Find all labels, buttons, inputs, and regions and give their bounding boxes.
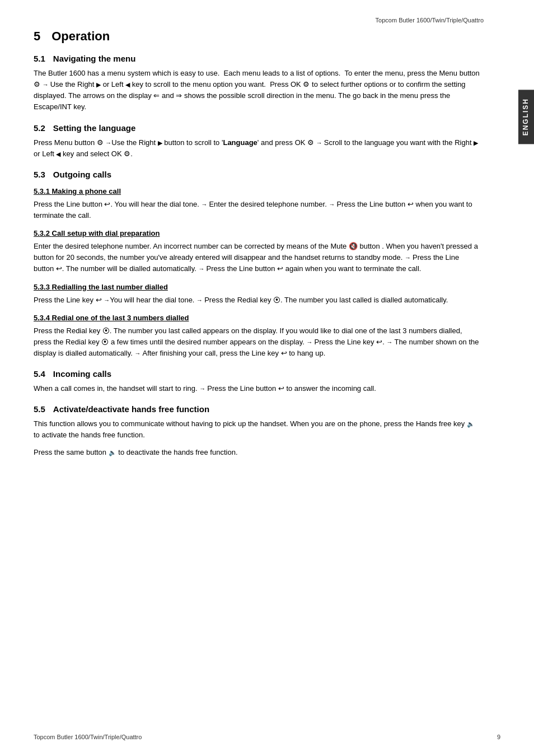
subsection-num-5-3-3: 5.3.3 (34, 283, 52, 291)
arrow-sym-12: → (134, 350, 142, 357)
icon-handsfree-2: 🔈 (109, 449, 116, 456)
section-name-5-2: Setting the language (53, 123, 136, 133)
icon-line-5: ↩ (96, 296, 102, 304)
right-arrow-3: ▶ (474, 139, 478, 146)
section-title-5-4: 5.4Incoming calls (34, 369, 481, 379)
arrow-sym-5: → (329, 201, 336, 208)
icon-line-8: ↩ (278, 384, 284, 393)
icon-line-4: ↩ (277, 264, 283, 273)
icon-redial-3: ⦿ (101, 338, 109, 346)
arrow-sym-8: → (104, 297, 110, 304)
section-num-5-5: 5.5 (34, 404, 45, 414)
arrow-sym-13: → (199, 385, 207, 392)
section-title-5-3: 5.3Outgoing calls (34, 170, 481, 179)
section-name-5-3: Outgoing calls (53, 170, 111, 179)
subsection-title-5-3-1: 5.3.1 Making a phone call (34, 187, 481, 195)
left-arrow-2: ◀ (56, 151, 60, 157)
icon-redial-1: ⦿ (273, 296, 280, 304)
icon-ok-1: ⚙ (303, 80, 310, 88)
subsection-title-5-3-2: 5.3.2 Call setup with dial preparation (34, 229, 481, 237)
chapter-name: Operation (51, 29, 110, 43)
section-num-5-3: 5.3 (34, 170, 45, 179)
section-name-5-1: Navigating the menu (53, 54, 136, 63)
section-5-1-para-1: The Butler 1600 has a menu system which … (34, 68, 481, 113)
footer-brand: Topcom Butler 1600/Twin/Triple/Quattro (34, 734, 142, 740)
section-5-4-para-1: When a call comes in, the handset will s… (34, 383, 481, 394)
side-tab-english: ENGLISH (518, 90, 534, 144)
chapter-title: 5Operation (34, 29, 481, 44)
left-arrow-1: ◀ (125, 81, 130, 88)
icon-menu-1: ⚙ (34, 80, 40, 88)
arrow-sym-4: → (201, 201, 209, 208)
subsection-name-5-3-4: Redial one of the last 3 numbers dialled (52, 314, 189, 322)
subsection-num-5-3-4: 5.3.4 (34, 314, 52, 322)
section-name-5-5: Activate/deactivate hands free function (53, 404, 209, 414)
arrow-sym-1: → (43, 81, 50, 88)
subsection-num-5-3-1: 5.3.1 (34, 187, 52, 195)
subsection-num-5-3-2: 5.3.2 (34, 229, 52, 237)
section-5-5-para-2: Press the same button 🔈 to deactivate th… (34, 447, 481, 458)
arrow-sym-11: → (386, 339, 394, 346)
subsection-5-3-4-para: Press the Redial key ⦿. The number you l… (34, 325, 481, 359)
icon-ok-2: ⚙ (307, 138, 314, 147)
subsection-5-3-1-para: Press the Line button ↩. You will hear t… (34, 199, 481, 221)
arrow-sym-7: → (199, 265, 207, 272)
icon-line-6: ↩ (376, 338, 382, 346)
icon-line-7: ↩ (281, 349, 287, 357)
arrow-sym-2: → (105, 139, 111, 146)
section-num-5-2: 5.2 (34, 123, 45, 133)
section-title-5-2: 5.2Setting the language (34, 123, 481, 133)
subsection-5-3-2-para: Enter the desired telephone number. An i… (34, 241, 481, 274)
right-arrow-2: ▶ (158, 139, 162, 146)
page-footer: Topcom Butler 1600/Twin/Triple/Quattro 9 (34, 734, 500, 740)
subsection-name-5-3-3: Redialling the last number dialled (52, 283, 168, 291)
icon-menu-2: ⚙ (97, 138, 104, 147)
arrow-right-disp: ⇒ (176, 91, 182, 100)
subsection-name-5-3-1: Making a phone call (52, 187, 121, 195)
icon-line-2: ↩ (407, 200, 414, 208)
section-title-5-1: 5.1Navigating the menu (34, 54, 481, 63)
subsection-title-5-3-3: 5.3.3 Redialling the last number dialled (34, 283, 481, 291)
icon-mute-1: 🔇 (349, 242, 358, 250)
chapter-number: 5 (34, 29, 40, 43)
subsection-5-3-3-para: Press the Line key ↩ →You will hear the … (34, 295, 481, 306)
icon-handsfree-1: 🔈 (467, 421, 475, 427)
section-5-2-para-1: Press Menu button ⚙ →Use the Right ▶ but… (34, 137, 481, 160)
right-arrow-1: ▶ (96, 81, 101, 88)
arrow-sym-10: → (307, 339, 315, 346)
arrow-sym-3: → (316, 139, 324, 146)
section-name-5-4: Incoming calls (53, 369, 111, 379)
section-num-5-4: 5.4 (34, 369, 45, 379)
section-num-5-1: 5.1 (34, 54, 45, 63)
icon-line-3: ↩ (56, 264, 62, 273)
subsection-name-5-3-2: Call setup with dial preparation (52, 229, 160, 237)
arrow-sym-6: → (405, 254, 413, 261)
page-container: Topcom Butler 1600/Twin/Triple/Quattro E… (0, 0, 534, 756)
icon-ok-3: ⚙ (124, 150, 130, 158)
subsection-title-5-3-4: 5.3.4 Redial one of the last 3 numbers d… (34, 314, 481, 322)
arrow-left-disp: ⇐ (153, 91, 160, 100)
top-header: Topcom Butler 1600/Twin/Triple/Quattro (34, 17, 500, 24)
side-tab-label: ENGLISH (522, 98, 530, 136)
section-title-5-5: 5.5Activate/deactivate hands free functi… (34, 404, 481, 414)
section-5-5-para-1: This function allows you to communicate … (34, 418, 481, 441)
language-bold: Language (223, 138, 257, 147)
main-content: 5Operation 5.1Navigating the menu The Bu… (34, 29, 500, 458)
icon-redial-2: ⦿ (102, 326, 110, 335)
brand-label: Topcom Butler 1600/Twin/Triple/Quattro (376, 17, 484, 24)
arrow-sym-9: → (196, 297, 204, 304)
icon-line-1: ↩ (104, 200, 110, 208)
footer-page-number: 9 (497, 734, 500, 740)
